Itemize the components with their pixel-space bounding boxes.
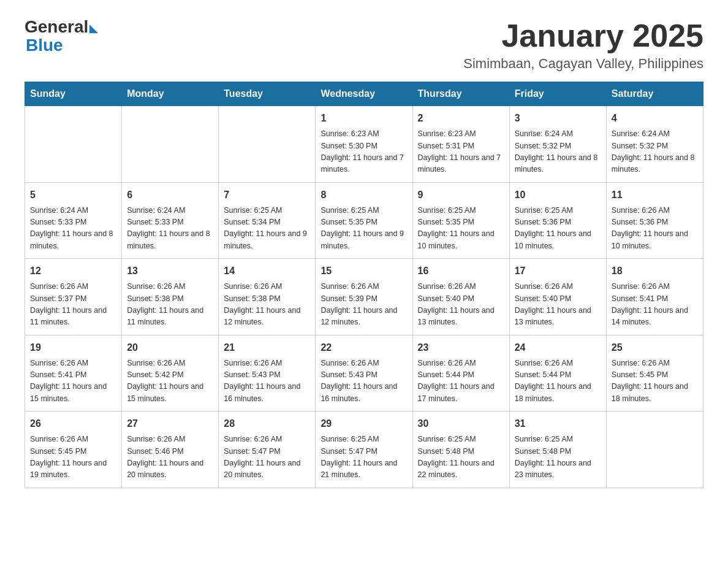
day-info: Sunrise: 6:26 AMSunset: 5:38 PMDaylight:…: [127, 281, 213, 329]
calendar-day-cell: 14Sunrise: 6:26 AMSunset: 5:38 PMDayligh…: [219, 259, 316, 335]
day-number: 24: [515, 340, 601, 355]
day-number: 20: [127, 340, 213, 355]
calendar-day-cell: 4Sunrise: 6:24 AMSunset: 5:32 PMDaylight…: [606, 106, 703, 183]
day-of-week-header: Friday: [509, 82, 606, 106]
day-number: 30: [418, 416, 504, 431]
day-info: Sunrise: 6:25 AMSunset: 5:35 PMDaylight:…: [418, 205, 504, 253]
calendar-day-cell: [606, 412, 703, 488]
day-of-week-header: Thursday: [412, 82, 509, 106]
calendar-day-cell: 18Sunrise: 6:26 AMSunset: 5:41 PMDayligh…: [606, 259, 703, 335]
day-info: Sunrise: 6:25 AMSunset: 5:35 PMDaylight:…: [320, 205, 407, 253]
calendar-table: SundayMondayTuesdayWednesdayThursdayFrid…: [25, 82, 703, 488]
day-number: 21: [224, 340, 310, 355]
day-info: Sunrise: 6:26 AMSunset: 5:39 PMDaylight:…: [320, 281, 407, 329]
calendar-day-cell: 19Sunrise: 6:26 AMSunset: 5:41 PMDayligh…: [25, 335, 122, 412]
calendar-day-cell: 23Sunrise: 6:26 AMSunset: 5:44 PMDayligh…: [412, 335, 509, 412]
day-number: 7: [224, 188, 310, 202]
day-number: 11: [612, 188, 698, 202]
calendar-day-cell: 25Sunrise: 6:26 AMSunset: 5:45 PMDayligh…: [606, 335, 703, 412]
day-info: Sunrise: 6:24 AMSunset: 5:33 PMDaylight:…: [30, 205, 116, 253]
calendar-week-row: 5Sunrise: 6:24 AMSunset: 5:33 PMDaylight…: [25, 182, 703, 259]
day-info: Sunrise: 6:26 AMSunset: 5:43 PMDaylight:…: [320, 358, 407, 405]
calendar-day-cell: 27Sunrise: 6:26 AMSunset: 5:46 PMDayligh…: [122, 412, 219, 488]
day-number: 27: [127, 416, 213, 431]
day-info: Sunrise: 6:26 AMSunset: 5:38 PMDaylight:…: [224, 281, 310, 329]
calendar-day-cell: 20Sunrise: 6:26 AMSunset: 5:42 PMDayligh…: [122, 335, 219, 412]
calendar-week-row: 12Sunrise: 6:26 AMSunset: 5:37 PMDayligh…: [25, 259, 703, 335]
day-of-week-header: Tuesday: [219, 82, 316, 106]
calendar-day-cell: 8Sunrise: 6:25 AMSunset: 5:35 PMDaylight…: [316, 182, 412, 259]
day-number: 17: [515, 264, 601, 278]
day-number: 5: [30, 188, 116, 202]
day-number: 16: [418, 264, 504, 278]
day-of-week-header: Monday: [122, 82, 219, 106]
day-of-week-header: Saturday: [606, 82, 703, 106]
day-number: 22: [320, 340, 407, 355]
day-number: 23: [418, 340, 504, 355]
calendar-day-cell: 6Sunrise: 6:24 AMSunset: 5:33 PMDaylight…: [122, 182, 219, 259]
calendar-week-row: 19Sunrise: 6:26 AMSunset: 5:41 PMDayligh…: [25, 335, 703, 412]
day-info: Sunrise: 6:26 AMSunset: 5:46 PMDaylight:…: [127, 434, 213, 481]
day-info: Sunrise: 6:24 AMSunset: 5:33 PMDaylight:…: [127, 205, 213, 253]
day-info: Sunrise: 6:24 AMSunset: 5:32 PMDaylight:…: [612, 128, 698, 176]
logo-general-text: General: [25, 18, 88, 36]
calendar-day-cell: 22Sunrise: 6:26 AMSunset: 5:43 PMDayligh…: [316, 335, 412, 412]
day-number: 6: [127, 188, 213, 202]
day-info: Sunrise: 6:23 AMSunset: 5:30 PMDaylight:…: [320, 128, 407, 176]
day-info: Sunrise: 6:26 AMSunset: 5:42 PMDaylight:…: [127, 358, 213, 405]
day-number: 10: [515, 188, 601, 202]
day-number: 31: [515, 416, 601, 431]
day-number: 25: [612, 340, 698, 355]
calendar-title: January 2025: [463, 18, 703, 53]
calendar-day-cell: [122, 106, 219, 183]
calendar-day-cell: 5Sunrise: 6:24 AMSunset: 5:33 PMDaylight…: [25, 182, 122, 259]
day-info: Sunrise: 6:26 AMSunset: 5:41 PMDaylight:…: [30, 358, 116, 405]
day-info: Sunrise: 6:26 AMSunset: 5:40 PMDaylight:…: [515, 281, 601, 329]
calendar-day-cell: 13Sunrise: 6:26 AMSunset: 5:38 PMDayligh…: [122, 259, 219, 335]
day-number: 19: [30, 340, 116, 355]
day-of-week-header: Wednesday: [316, 82, 412, 106]
day-info: Sunrise: 6:26 AMSunset: 5:41 PMDaylight:…: [612, 281, 698, 329]
logo: General Blue: [25, 18, 98, 55]
day-info: Sunrise: 6:26 AMSunset: 5:40 PMDaylight:…: [418, 281, 504, 329]
day-info: Sunrise: 6:26 AMSunset: 5:37 PMDaylight:…: [30, 281, 116, 329]
day-info: Sunrise: 6:26 AMSunset: 5:47 PMDaylight:…: [224, 434, 310, 481]
day-number: 9: [418, 188, 504, 202]
day-info: Sunrise: 6:25 AMSunset: 5:47 PMDaylight:…: [320, 434, 407, 481]
day-number: 14: [224, 264, 310, 278]
day-number: 29: [320, 416, 407, 431]
day-number: 12: [30, 264, 116, 278]
logo-arrow-icon: [89, 25, 98, 33]
day-info: Sunrise: 6:25 AMSunset: 5:36 PMDaylight:…: [515, 205, 601, 253]
day-info: Sunrise: 6:26 AMSunset: 5:45 PMDaylight:…: [30, 434, 116, 481]
calendar-week-row: 26Sunrise: 6:26 AMSunset: 5:45 PMDayligh…: [25, 412, 703, 488]
day-info: Sunrise: 6:26 AMSunset: 5:43 PMDaylight:…: [224, 358, 310, 405]
day-number: 2: [418, 111, 504, 126]
day-info: Sunrise: 6:25 AMSunset: 5:48 PMDaylight:…: [515, 434, 601, 481]
day-number: 4: [612, 111, 698, 126]
calendar-day-cell: 10Sunrise: 6:25 AMSunset: 5:36 PMDayligh…: [509, 182, 606, 259]
day-info: Sunrise: 6:26 AMSunset: 5:44 PMDaylight:…: [418, 358, 504, 405]
title-section: January 2025 Simimbaan, Cagayan Valley, …: [463, 18, 703, 72]
calendar-day-cell: 3Sunrise: 6:24 AMSunset: 5:32 PMDaylight…: [509, 106, 606, 183]
page-header: General Blue January 2025 Simimbaan, Cag…: [25, 18, 703, 72]
calendar-subtitle: Simimbaan, Cagayan Valley, Philippines: [463, 56, 703, 72]
calendar-header-row: SundayMondayTuesdayWednesdayThursdayFrid…: [25, 82, 703, 106]
day-number: 26: [30, 416, 116, 431]
calendar-day-cell: 1Sunrise: 6:23 AMSunset: 5:30 PMDaylight…: [316, 106, 412, 183]
day-number: 28: [224, 416, 310, 431]
calendar-day-cell: 21Sunrise: 6:26 AMSunset: 5:43 PMDayligh…: [219, 335, 316, 412]
calendar-day-cell: 29Sunrise: 6:25 AMSunset: 5:47 PMDayligh…: [316, 412, 412, 488]
day-number: 15: [320, 264, 407, 278]
calendar-day-cell: 16Sunrise: 6:26 AMSunset: 5:40 PMDayligh…: [412, 259, 509, 335]
calendar-day-cell: 17Sunrise: 6:26 AMSunset: 5:40 PMDayligh…: [509, 259, 606, 335]
calendar-day-cell: 15Sunrise: 6:26 AMSunset: 5:39 PMDayligh…: [316, 259, 412, 335]
day-info: Sunrise: 6:26 AMSunset: 5:36 PMDaylight:…: [612, 205, 698, 253]
day-info: Sunrise: 6:25 AMSunset: 5:48 PMDaylight:…: [418, 434, 504, 481]
calendar-day-cell: 30Sunrise: 6:25 AMSunset: 5:48 PMDayligh…: [412, 412, 509, 488]
day-number: 3: [515, 111, 601, 126]
calendar-day-cell: 7Sunrise: 6:25 AMSunset: 5:34 PMDaylight…: [219, 182, 316, 259]
day-number: 8: [320, 188, 407, 202]
day-info: Sunrise: 6:23 AMSunset: 5:31 PMDaylight:…: [418, 128, 504, 176]
calendar-day-cell: 28Sunrise: 6:26 AMSunset: 5:47 PMDayligh…: [219, 412, 316, 488]
